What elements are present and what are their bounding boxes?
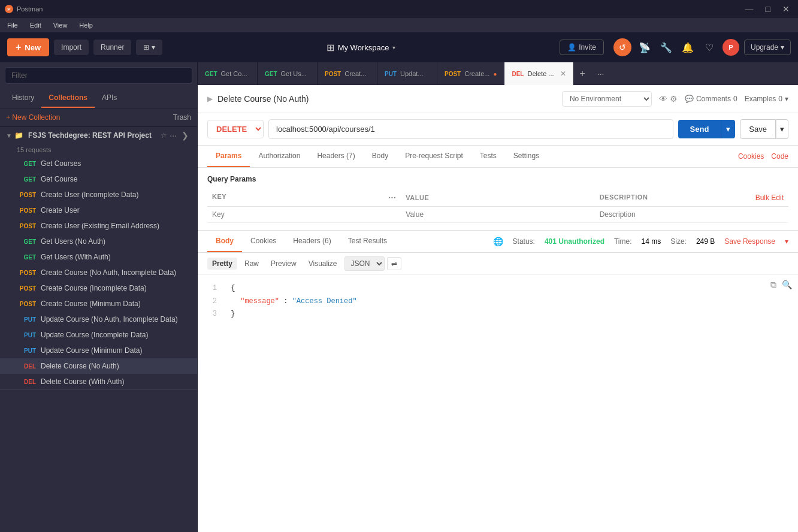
- wrench-icon[interactable]: 🔧: [658, 39, 675, 56]
- format-type-select[interactable]: JSON: [344, 256, 385, 271]
- layout-button[interactable]: ⊞ ▾: [136, 40, 162, 55]
- list-item[interactable]: DEL Delete Course (With Auth): [0, 374, 197, 389]
- new-collection-button[interactable]: + New Collection: [6, 113, 60, 122]
- copy-icon[interactable]: ⧉: [770, 280, 776, 290]
- minimize-button[interactable]: —: [742, 3, 757, 15]
- save-dropdown-button[interactable]: ▾: [776, 119, 788, 139]
- tab-method-badge: GET: [265, 71, 277, 77]
- sidebar-tab-history[interactable]: History: [5, 89, 41, 108]
- workspace-selector[interactable]: ⊞ My Workspace ▾: [327, 42, 396, 53]
- heart-icon[interactable]: ♡: [701, 39, 718, 56]
- list-item[interactable]: POST Create Course (Minimum Data): [0, 296, 197, 312]
- sidebar-tab-collections[interactable]: Collections: [41, 89, 95, 108]
- tab-authorization[interactable]: Authorization: [250, 146, 309, 167]
- value-input[interactable]: [406, 210, 590, 219]
- tab-prerequest[interactable]: Pre-request Script: [397, 146, 471, 167]
- tab-get-users[interactable]: GET Get Us...: [258, 62, 318, 85]
- more-columns-icon[interactable]: ···: [388, 193, 396, 202]
- resp-tab-body[interactable]: Body: [207, 231, 242, 252]
- sync-icon[interactable]: ↺: [613, 38, 631, 56]
- list-item[interactable]: PUT Update Course (Minimum Data): [0, 343, 197, 358]
- tab-more-button[interactable]: ···: [591, 69, 610, 78]
- list-item[interactable]: POST Create User (Incomplete Data): [0, 187, 197, 202]
- eye-icon[interactable]: 👁: [659, 94, 667, 104]
- list-item[interactable]: POST Create User (Existing Email Address…: [0, 218, 197, 234]
- trash-button[interactable]: Trash: [173, 113, 191, 122]
- resp-tab-testresults[interactable]: Test Results: [340, 231, 395, 252]
- bulk-edit-button[interactable]: Bulk Edit: [755, 194, 784, 202]
- list-item[interactable]: GET Get Users (No Auth): [0, 234, 197, 249]
- maximize-button[interactable]: □: [762, 3, 774, 15]
- environment-dropdown[interactable]: No Environment: [562, 91, 652, 107]
- invite-button[interactable]: 👤 Invite: [560, 40, 604, 55]
- format-preview-button[interactable]: Preview: [266, 258, 301, 270]
- tab-create[interactable]: POST Creat...: [318, 62, 377, 85]
- menu-view[interactable]: View: [51, 20, 70, 30]
- list-item[interactable]: PUT Update Course (No Auth, Incomplete D…: [0, 312, 197, 327]
- response-tabs-bar: Body Cookies Headers (6) Test Results 🌐 …: [198, 231, 798, 253]
- list-item[interactable]: POST Create Course (Incomplete Data): [0, 280, 197, 296]
- runner-button[interactable]: Runner: [93, 40, 131, 55]
- collection-header[interactable]: ▼ 📁 FSJS Techdegree: REST API Project ☆ …: [0, 127, 197, 144]
- list-item[interactable]: POST Create User: [0, 202, 197, 218]
- tab-settings[interactable]: Settings: [505, 146, 548, 167]
- comments-button[interactable]: 💬 Comments 0: [685, 95, 737, 103]
- save-button[interactable]: Save: [740, 119, 776, 139]
- tab-add-button[interactable]: +: [574, 68, 591, 79]
- star-icon[interactable]: ☆: [161, 131, 167, 140]
- avatar[interactable]: P: [723, 39, 739, 56]
- tab-body[interactable]: Body: [364, 146, 397, 167]
- collection-name: FSJS Techdegree: REST API Project: [28, 131, 158, 140]
- tab-create-dot[interactable]: POST Create... ●: [437, 62, 504, 85]
- resp-tab-cookies[interactable]: Cookies: [242, 231, 285, 252]
- format-pretty-button[interactable]: Pretty: [207, 258, 237, 270]
- tab-delete-active[interactable]: DEL Delete ... ✕: [504, 62, 573, 85]
- globe-icon[interactable]: 🌐: [493, 237, 503, 246]
- expand-icon[interactable]: ❯: [179, 131, 191, 140]
- search-icon[interactable]: 🔍: [782, 280, 792, 289]
- list-item[interactable]: GET Get Users (With Auth): [0, 249, 197, 265]
- params-table: KEY ··· VALUE DESCRIPTION Bulk Edit: [207, 189, 788, 223]
- gear-icon[interactable]: ⚙: [670, 94, 678, 104]
- radio-tower-icon[interactable]: 📡: [636, 39, 653, 56]
- examples-button[interactable]: Examples 0 ▾: [745, 95, 788, 103]
- format-visualize-button[interactable]: Visualize: [304, 258, 342, 270]
- sidebar-tab-apis[interactable]: APIs: [95, 89, 124, 108]
- method-select[interactable]: DELETE: [207, 120, 264, 138]
- menu-edit[interactable]: Edit: [28, 20, 44, 30]
- tab-headers[interactable]: Headers (7): [309, 146, 363, 167]
- send-button[interactable]: Send: [678, 120, 721, 138]
- collection-more-icon[interactable]: ···: [170, 131, 177, 140]
- list-item[interactable]: GET Get Courses: [0, 156, 197, 171]
- cookies-link[interactable]: Cookies: [738, 152, 764, 161]
- tab-close-icon[interactable]: ✕: [560, 69, 566, 78]
- save-response-button[interactable]: Save Response: [724, 237, 775, 246]
- code-link[interactable]: Code: [771, 152, 788, 161]
- tab-params[interactable]: Params: [207, 146, 250, 167]
- menu-file[interactable]: File: [5, 20, 20, 30]
- search-input[interactable]: [5, 67, 192, 84]
- key-input[interactable]: [212, 210, 396, 219]
- list-item[interactable]: PUT Update Course (Incomplete Data): [0, 327, 197, 343]
- format-raw-button[interactable]: Raw: [240, 258, 264, 270]
- wrap-lines-button[interactable]: ⇌: [387, 257, 401, 270]
- send-dropdown-button[interactable]: ▾: [721, 120, 735, 138]
- import-button[interactable]: Import: [54, 40, 89, 55]
- description-input[interactable]: [600, 210, 784, 219]
- save-response-chevron-icon[interactable]: ▾: [785, 237, 788, 246]
- list-item[interactable]: GET Get Course: [0, 171, 197, 187]
- menu-help[interactable]: Help: [77, 20, 95, 30]
- tab-get-courses[interactable]: GET Get Co...: [198, 62, 258, 85]
- upgrade-button[interactable]: Upgrade ▾: [744, 40, 791, 55]
- url-input[interactable]: [268, 119, 673, 139]
- tab-tests[interactable]: Tests: [471, 146, 505, 167]
- bell-icon[interactable]: 🔔: [679, 39, 696, 56]
- tab-update[interactable]: PUT Updat...: [377, 62, 437, 85]
- list-item[interactable]: POST Create Course (No Auth, Incomplete …: [0, 265, 197, 280]
- list-item[interactable]: DEL Delete Course (No Auth): [0, 358, 197, 374]
- tab-label: Delete ...: [527, 70, 554, 77]
- size-label: Size:: [670, 237, 687, 246]
- resp-tab-headers[interactable]: Headers (6): [285, 231, 339, 252]
- new-button[interactable]: + New: [7, 38, 49, 56]
- close-button[interactable]: ✕: [779, 3, 793, 15]
